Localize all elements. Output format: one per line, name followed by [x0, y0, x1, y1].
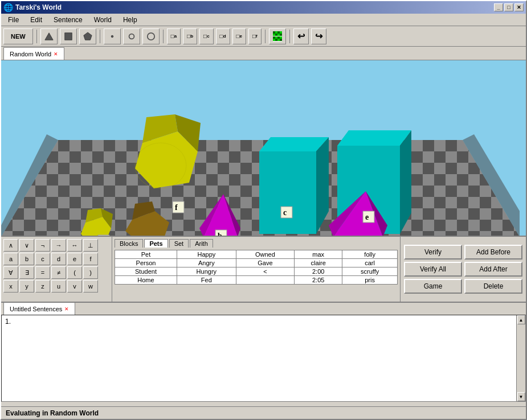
cell: Angry: [177, 259, 236, 267]
world-tab-random[interactable]: Random World ✕: [3, 47, 64, 60]
key-notequal[interactable]: ≠: [51, 266, 66, 279]
checker-button[interactable]: [269, 28, 286, 44]
key-z[interactable]: z: [35, 280, 50, 293]
curve-right-button[interactable]: ↩: [293, 28, 309, 44]
cell: Home: [115, 276, 177, 285]
large-circle-button[interactable]: [142, 28, 160, 44]
sentence-tab-untitled[interactable]: Untitled Sentences ✕: [3, 302, 75, 315]
logic-panel: Blocks Pets Set Arith Pet Happy Owned ma…: [112, 237, 401, 302]
world-tab-close[interactable]: ✕: [54, 51, 58, 57]
size-d-button[interactable]: □d: [216, 28, 230, 44]
triangle-shape-button[interactable]: [40, 28, 58, 44]
title-bar: 🌐 Tarski's World _ □ ✕: [1, 1, 526, 14]
scrollbar[interactable]: ▲ ▼: [516, 315, 525, 401]
verify-all-button[interactable]: Verify All: [404, 262, 462, 277]
action-panel: Verify Add Before Verify All Add After G…: [401, 237, 526, 302]
small-dot-button[interactable]: [104, 28, 121, 44]
shape-c[interactable]: [259, 151, 316, 234]
key-equals[interactable]: =: [35, 266, 50, 279]
size-e-button[interactable]: □e: [232, 28, 247, 44]
delete-button[interactable]: Delete: [464, 279, 522, 294]
table-row: Home Fed 2:05 pris: [115, 276, 398, 285]
new-button[interactable]: NEW: [3, 28, 33, 44]
size-c-button[interactable]: □c: [199, 28, 214, 44]
key-row-3: ∀ ∃ = ≠ ( ): [3, 266, 109, 279]
key-not[interactable]: ¬: [35, 239, 50, 252]
logic-table: Pet Happy Owned max folly Person Angry: [115, 250, 398, 285]
sentence-tab-bar: Untitled Sentences ✕: [1, 302, 526, 315]
key-f[interactable]: f: [83, 253, 98, 265]
svg-point-4: [129, 34, 134, 39]
label-e: e: [365, 213, 369, 221]
key-and[interactable]: ∧: [3, 239, 18, 252]
menu-bar: File Edit Sentence World Help: [1, 14, 526, 26]
tab-arith[interactable]: Arith: [190, 239, 213, 248]
bottom-panel: ∧ ∨ ¬ → ↔ ⊥ a b c d e f: [1, 237, 526, 302]
label-b: b: [218, 232, 222, 237]
key-bottom[interactable]: ⊥: [83, 239, 98, 252]
key-iff[interactable]: ↔: [67, 239, 82, 252]
tab-blocks[interactable]: Blocks: [115, 239, 143, 248]
key-u[interactable]: u: [51, 280, 66, 293]
maximize-button[interactable]: □: [504, 3, 513, 11]
cell: carl: [342, 259, 398, 267]
key-b[interactable]: b: [19, 253, 34, 265]
header-owned: Owned: [236, 250, 294, 259]
curve-left-button[interactable]: ↪: [311, 28, 326, 44]
key-or[interactable]: ∨: [19, 239, 34, 252]
menu-edit[interactable]: Edit: [26, 15, 47, 25]
size-b-button[interactable]: □b: [183, 28, 197, 44]
menu-help[interactable]: Help: [119, 15, 142, 25]
tab-pets[interactable]: Pets: [144, 239, 168, 248]
key-forall[interactable]: ∀: [3, 266, 18, 279]
cell: 2:00: [295, 267, 342, 276]
menu-sentence[interactable]: Sentence: [49, 15, 87, 25]
header-folly: folly: [342, 250, 398, 259]
scroll-up-button[interactable]: ▲: [517, 315, 525, 324]
key-implies[interactable]: →: [51, 239, 66, 252]
key-closeparen[interactable]: ): [83, 266, 98, 279]
world-tab-label: Random World: [10, 51, 51, 57]
key-x[interactable]: x: [3, 280, 18, 293]
small-circle-icon: [108, 31, 117, 42]
app-title: Tarski's World: [15, 3, 62, 11]
key-row-1: ∧ ∨ ¬ → ↔ ⊥: [3, 239, 109, 252]
sentence-area: Untitled Sentences ✕ 1. ▲ ▼: [1, 302, 526, 402]
game-button[interactable]: Game: [404, 279, 462, 294]
sentence-tab-close[interactable]: ✕: [64, 306, 69, 312]
key-y[interactable]: y: [19, 280, 34, 293]
square-shape-button[interactable]: [60, 28, 77, 44]
key-v[interactable]: v: [67, 280, 82, 293]
header-max: max: [295, 250, 342, 259]
minimize-button[interactable]: _: [494, 3, 503, 11]
close-button[interactable]: ✕: [514, 3, 524, 11]
key-a[interactable]: a: [3, 253, 18, 265]
add-before-button[interactable]: Add Before: [464, 245, 522, 260]
medium-circle-button[interactable]: [123, 28, 140, 44]
add-after-button[interactable]: Add After: [464, 262, 522, 277]
cell: Fed: [177, 276, 236, 285]
pentagon-icon: [83, 31, 92, 42]
key-row-2: a b c d e f: [3, 253, 109, 265]
size-f-button[interactable]: □f: [248, 28, 262, 44]
verify-button[interactable]: Verify: [404, 245, 462, 260]
menu-file[interactable]: File: [3, 15, 23, 25]
world-canvas[interactable]: f d b c e a: [1, 60, 526, 237]
sentence-editor[interactable]: 1. ▲ ▼: [1, 315, 526, 402]
menu-world[interactable]: World: [89, 15, 116, 25]
key-exists[interactable]: ∃: [19, 266, 34, 279]
size-a-button[interactable]: □a: [167, 28, 181, 44]
table-header-row: Pet Happy Owned max folly: [115, 250, 398, 259]
sentence-tab-label: Untitled Sentences: [10, 306, 62, 312]
key-w[interactable]: w: [83, 280, 98, 293]
header-pet: Pet: [115, 250, 177, 259]
key-d[interactable]: d: [51, 253, 66, 265]
pentagon-shape-button[interactable]: [79, 28, 96, 44]
key-c[interactable]: c: [35, 253, 50, 265]
cell: claire: [295, 259, 342, 267]
tab-set[interactable]: Set: [169, 239, 189, 248]
key-e[interactable]: e: [67, 253, 82, 265]
cell: 2:05: [295, 276, 342, 285]
key-openparen[interactable]: (: [67, 266, 82, 279]
scroll-down-button[interactable]: ▼: [517, 392, 525, 401]
